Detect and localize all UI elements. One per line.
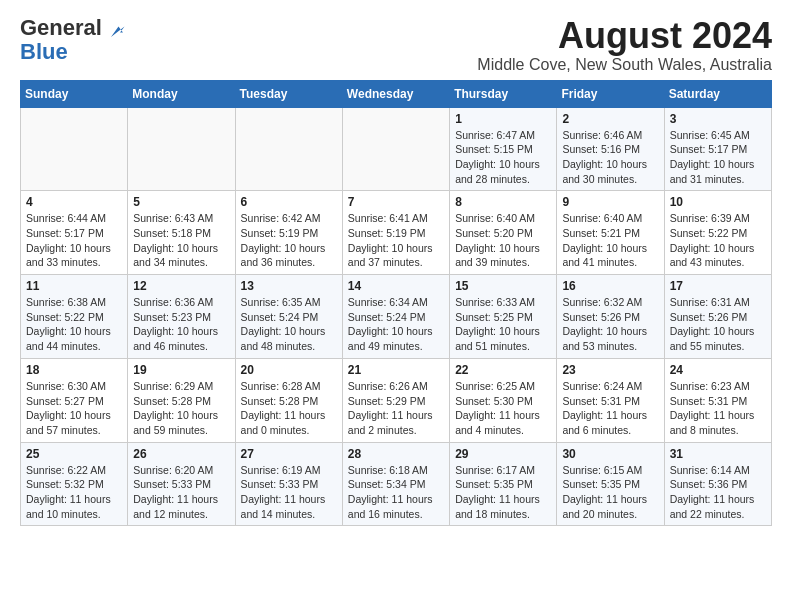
calendar-cell: 25Sunrise: 6:22 AM Sunset: 5:32 PM Dayli…: [21, 442, 128, 526]
day-info: Sunrise: 6:46 AM Sunset: 5:16 PM Dayligh…: [562, 128, 658, 187]
calendar-cell: 9Sunrise: 6:40 AM Sunset: 5:21 PM Daylig…: [557, 191, 664, 275]
day-number: 7: [348, 195, 444, 209]
day-number: 12: [133, 279, 229, 293]
day-number: 18: [26, 363, 122, 377]
day-info: Sunrise: 6:18 AM Sunset: 5:34 PM Dayligh…: [348, 463, 444, 522]
day-number: 21: [348, 363, 444, 377]
calendar-cell: 14Sunrise: 6:34 AM Sunset: 5:24 PM Dayli…: [342, 275, 449, 359]
day-number: 17: [670, 279, 766, 293]
calendar-cell: 4Sunrise: 6:44 AM Sunset: 5:17 PM Daylig…: [21, 191, 128, 275]
day-number: 30: [562, 447, 658, 461]
day-number: 4: [26, 195, 122, 209]
calendar-cell: 27Sunrise: 6:19 AM Sunset: 5:33 PM Dayli…: [235, 442, 342, 526]
calendar-cell: 10Sunrise: 6:39 AM Sunset: 5:22 PM Dayli…: [664, 191, 771, 275]
calendar-cell: [21, 107, 128, 191]
day-number: 23: [562, 363, 658, 377]
day-info: Sunrise: 6:25 AM Sunset: 5:30 PM Dayligh…: [455, 379, 551, 438]
day-number: 31: [670, 447, 766, 461]
calendar-cell: 31Sunrise: 6:14 AM Sunset: 5:36 PM Dayli…: [664, 442, 771, 526]
page-subtitle: Middle Cove, New South Wales, Australia: [477, 56, 772, 74]
day-number: 10: [670, 195, 766, 209]
column-header-tuesday: Tuesday: [235, 80, 342, 107]
calendar-cell: 3Sunrise: 6:45 AM Sunset: 5:17 PM Daylig…: [664, 107, 771, 191]
calendar-cell: 17Sunrise: 6:31 AM Sunset: 5:26 PM Dayli…: [664, 275, 771, 359]
day-info: Sunrise: 6:14 AM Sunset: 5:36 PM Dayligh…: [670, 463, 766, 522]
header: General Blue August 2024 Middle Cove, Ne…: [20, 16, 772, 74]
day-info: Sunrise: 6:44 AM Sunset: 5:17 PM Dayligh…: [26, 211, 122, 270]
day-number: 1: [455, 112, 551, 126]
day-number: 3: [670, 112, 766, 126]
day-info: Sunrise: 6:24 AM Sunset: 5:31 PM Dayligh…: [562, 379, 658, 438]
logo-general-text: General: [20, 15, 102, 40]
day-info: Sunrise: 6:36 AM Sunset: 5:23 PM Dayligh…: [133, 295, 229, 354]
logo-blue-text: Blue: [20, 40, 68, 64]
calendar-cell: 29Sunrise: 6:17 AM Sunset: 5:35 PM Dayli…: [450, 442, 557, 526]
calendar-cell: 28Sunrise: 6:18 AM Sunset: 5:34 PM Dayli…: [342, 442, 449, 526]
day-number: 29: [455, 447, 551, 461]
day-number: 14: [348, 279, 444, 293]
day-info: Sunrise: 6:45 AM Sunset: 5:17 PM Dayligh…: [670, 128, 766, 187]
calendar-cell: 18Sunrise: 6:30 AM Sunset: 5:27 PM Dayli…: [21, 358, 128, 442]
logo-icon: [108, 22, 126, 40]
day-number: 2: [562, 112, 658, 126]
calendar-cell: 7Sunrise: 6:41 AM Sunset: 5:19 PM Daylig…: [342, 191, 449, 275]
day-info: Sunrise: 6:28 AM Sunset: 5:28 PM Dayligh…: [241, 379, 337, 438]
calendar-cell: 26Sunrise: 6:20 AM Sunset: 5:33 PM Dayli…: [128, 442, 235, 526]
calendar-cell: 2Sunrise: 6:46 AM Sunset: 5:16 PM Daylig…: [557, 107, 664, 191]
day-info: Sunrise: 6:43 AM Sunset: 5:18 PM Dayligh…: [133, 211, 229, 270]
day-info: Sunrise: 6:38 AM Sunset: 5:22 PM Dayligh…: [26, 295, 122, 354]
day-number: 8: [455, 195, 551, 209]
day-number: 22: [455, 363, 551, 377]
calendar-cell: 11Sunrise: 6:38 AM Sunset: 5:22 PM Dayli…: [21, 275, 128, 359]
day-info: Sunrise: 6:29 AM Sunset: 5:28 PM Dayligh…: [133, 379, 229, 438]
day-number: 20: [241, 363, 337, 377]
column-header-monday: Monday: [128, 80, 235, 107]
calendar-cell: [235, 107, 342, 191]
day-number: 16: [562, 279, 658, 293]
calendar-cell: 15Sunrise: 6:33 AM Sunset: 5:25 PM Dayli…: [450, 275, 557, 359]
day-info: Sunrise: 6:35 AM Sunset: 5:24 PM Dayligh…: [241, 295, 337, 354]
day-number: 11: [26, 279, 122, 293]
column-header-wednesday: Wednesday: [342, 80, 449, 107]
day-number: 27: [241, 447, 337, 461]
day-number: 26: [133, 447, 229, 461]
day-number: 19: [133, 363, 229, 377]
column-header-saturday: Saturday: [664, 80, 771, 107]
day-info: Sunrise: 6:20 AM Sunset: 5:33 PM Dayligh…: [133, 463, 229, 522]
calendar-cell: 1Sunrise: 6:47 AM Sunset: 5:15 PM Daylig…: [450, 107, 557, 191]
day-info: Sunrise: 6:32 AM Sunset: 5:26 PM Dayligh…: [562, 295, 658, 354]
page-title: August 2024: [477, 16, 772, 56]
day-info: Sunrise: 6:19 AM Sunset: 5:33 PM Dayligh…: [241, 463, 337, 522]
day-info: Sunrise: 6:40 AM Sunset: 5:21 PM Dayligh…: [562, 211, 658, 270]
calendar-cell: 30Sunrise: 6:15 AM Sunset: 5:35 PM Dayli…: [557, 442, 664, 526]
logo: General Blue: [20, 16, 126, 64]
calendar-cell: 13Sunrise: 6:35 AM Sunset: 5:24 PM Dayli…: [235, 275, 342, 359]
calendar-cell: 6Sunrise: 6:42 AM Sunset: 5:19 PM Daylig…: [235, 191, 342, 275]
calendar-cell: 24Sunrise: 6:23 AM Sunset: 5:31 PM Dayli…: [664, 358, 771, 442]
calendar-cell: 8Sunrise: 6:40 AM Sunset: 5:20 PM Daylig…: [450, 191, 557, 275]
day-number: 25: [26, 447, 122, 461]
day-info: Sunrise: 6:31 AM Sunset: 5:26 PM Dayligh…: [670, 295, 766, 354]
column-header-thursday: Thursday: [450, 80, 557, 107]
calendar-cell: 20Sunrise: 6:28 AM Sunset: 5:28 PM Dayli…: [235, 358, 342, 442]
day-info: Sunrise: 6:22 AM Sunset: 5:32 PM Dayligh…: [26, 463, 122, 522]
day-info: Sunrise: 6:23 AM Sunset: 5:31 PM Dayligh…: [670, 379, 766, 438]
day-number: 9: [562, 195, 658, 209]
day-number: 24: [670, 363, 766, 377]
day-number: 13: [241, 279, 337, 293]
title-area: August 2024 Middle Cove, New South Wales…: [477, 16, 772, 74]
day-number: 28: [348, 447, 444, 461]
day-number: 6: [241, 195, 337, 209]
day-number: 5: [133, 195, 229, 209]
calendar-cell: 16Sunrise: 6:32 AM Sunset: 5:26 PM Dayli…: [557, 275, 664, 359]
calendar-cell: 5Sunrise: 6:43 AM Sunset: 5:18 PM Daylig…: [128, 191, 235, 275]
day-info: Sunrise: 6:30 AM Sunset: 5:27 PM Dayligh…: [26, 379, 122, 438]
calendar-cell: 22Sunrise: 6:25 AM Sunset: 5:30 PM Dayli…: [450, 358, 557, 442]
day-info: Sunrise: 6:39 AM Sunset: 5:22 PM Dayligh…: [670, 211, 766, 270]
day-info: Sunrise: 6:42 AM Sunset: 5:19 PM Dayligh…: [241, 211, 337, 270]
calendar-cell: 21Sunrise: 6:26 AM Sunset: 5:29 PM Dayli…: [342, 358, 449, 442]
column-header-friday: Friday: [557, 80, 664, 107]
day-info: Sunrise: 6:47 AM Sunset: 5:15 PM Dayligh…: [455, 128, 551, 187]
calendar-cell: 19Sunrise: 6:29 AM Sunset: 5:28 PM Dayli…: [128, 358, 235, 442]
calendar-cell: 23Sunrise: 6:24 AM Sunset: 5:31 PM Dayli…: [557, 358, 664, 442]
